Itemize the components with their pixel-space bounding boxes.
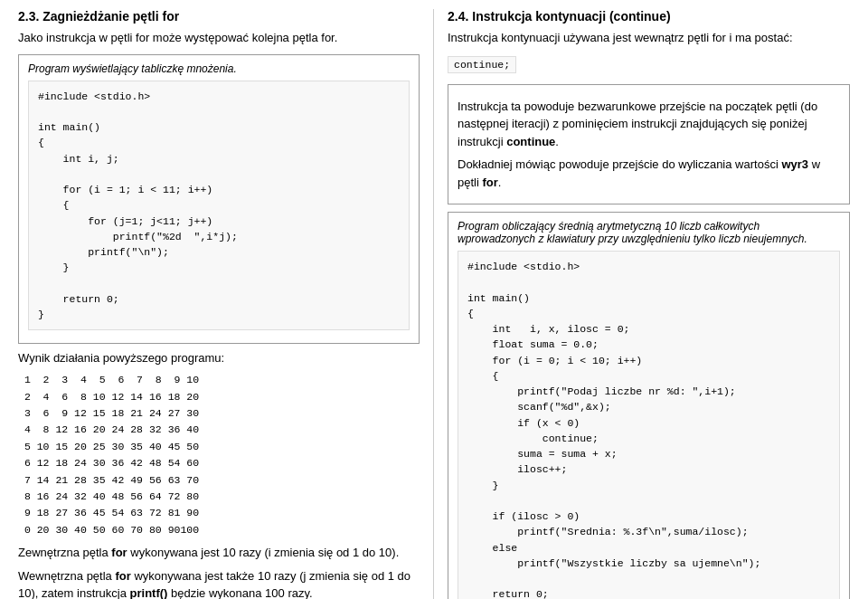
- output-row-7: 7 14 21 28 35 42 49 56 63 70: [18, 472, 420, 489]
- explanation1: Zewnętrzna pętla for wykonywana jest 10 …: [18, 544, 420, 562]
- program-box-title-right: Program obliczający średnią arytmetyczną…: [458, 220, 840, 245]
- content-area: 2.3. Zagnieżdżanie pętli for Jako instru…: [0, 0, 868, 599]
- left-column: 2.3. Zagnieżdżanie pętli for Jako instru…: [18, 9, 434, 599]
- description-box: Instrukcja ta powoduje bezwarunkowe prze…: [448, 84, 850, 205]
- output-row-2: 2 4 6 8 10 12 14 16 18 20: [18, 389, 420, 405]
- explanation2: Wewnętrzna pętla for wykonywana jest tak…: [18, 567, 420, 599]
- program-box-title-left: Program wyświetlający tabliczkę mnożenia…: [28, 62, 410, 75]
- continue-keyword: continue;: [448, 56, 516, 73]
- description2: Dokładniej mówiąc powoduje przejście do …: [458, 156, 840, 191]
- left-intro: Jako instrukcja w pętli for może występo…: [18, 29, 420, 47]
- output-row-8: 8 16 24 32 40 48 56 64 72 80: [18, 489, 420, 505]
- output-row-1: 1 2 3 4 5 6 7 8 9 10: [18, 372, 420, 388]
- output-row-10: 0 20 30 40 50 60 70 80 90100: [18, 522, 420, 538]
- page-container: 2.3. Zagnieżdżanie pętli for Jako instru…: [0, 0, 868, 599]
- right-section-title: 2.4. Instrukcja kontynuacji (continue): [448, 9, 850, 24]
- output-row-4: 4 8 12 16 20 24 28 32 36 40: [18, 422, 420, 438]
- left-section-title: 2.3. Zagnieżdżanie pętli for: [18, 9, 420, 24]
- output-row-5: 5 10 15 20 25 30 35 40 45 50: [18, 439, 420, 455]
- description1: Instrukcja ta powoduje bezwarunkowe prze…: [458, 98, 840, 151]
- program-box-right: Program obliczający średnią arytmetyczną…: [448, 212, 850, 599]
- code-block-right: #include <stdio.h> int main() { int i, x…: [458, 251, 840, 599]
- right-intro: Instrukcja kontynuacji używana jest wewn…: [448, 29, 850, 47]
- output-title: Wynik działania powyższego programu:: [18, 351, 420, 365]
- code-block-left: #include <stdio.h> int main() { int i, j…: [28, 81, 410, 331]
- output-row-3: 3 6 9 12 15 18 21 24 27 30: [18, 405, 420, 422]
- output-table: 1 2 3 4 5 6 7 8 9 10 2 4 6 8 10 12 14 16…: [18, 372, 420, 538]
- output-row-6: 6 12 18 24 30 36 42 48 54 60: [18, 455, 420, 471]
- output-row-9: 9 18 27 36 45 54 63 72 81 90: [18, 505, 420, 521]
- right-column: 2.4. Instrukcja kontynuacji (continue) I…: [434, 9, 850, 599]
- program-box-left: Program wyświetlający tabliczkę mnożenia…: [18, 54, 420, 345]
